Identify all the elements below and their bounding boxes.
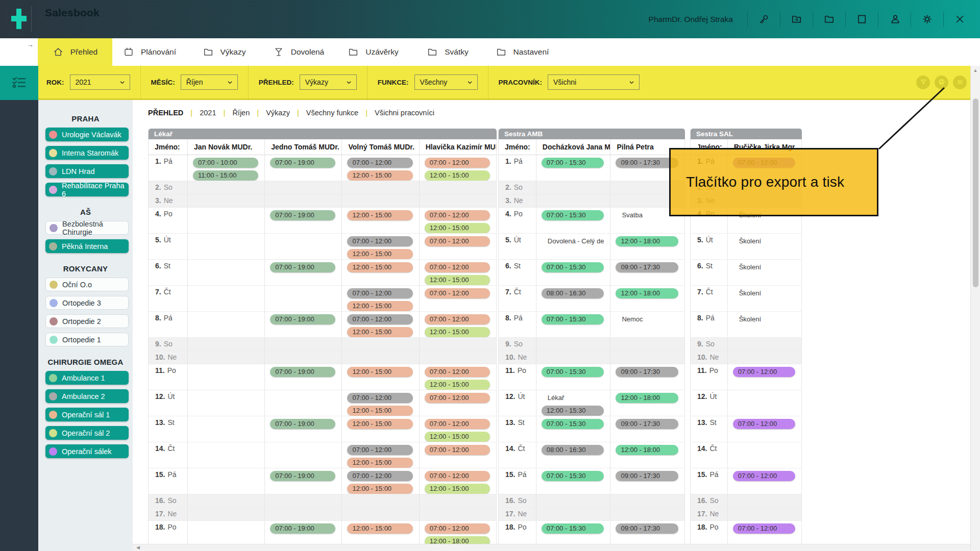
- shift-entry[interactable]: 12:00 - 15:30: [542, 406, 604, 416]
- shift-entry[interactable]: 07:00 - 15:30: [542, 262, 604, 272]
- shift-entry[interactable]: 07:00 - 19:00: [270, 471, 335, 481]
- shift-entry[interactable]: 07:00 - 12:00: [347, 393, 412, 403]
- shift-cell[interactable]: Školení: [728, 286, 802, 311]
- shift-entry[interactable]: 07:00 - 12:00: [425, 367, 490, 377]
- shift-entry[interactable]: 07:00 - 12:00: [425, 262, 490, 272]
- shift-cell[interactable]: [188, 521, 265, 546]
- sidebar-item-ortopedie-1[interactable]: Ortopedie 1: [45, 333, 129, 346]
- shift-cell[interactable]: 07:00 - 12:00: [420, 234, 497, 259]
- shift-entry[interactable]: 12:00 - 15:00: [347, 484, 412, 494]
- shift-cell[interactable]: [728, 442, 802, 468]
- shift-cell[interactable]: [265, 338, 342, 350]
- shift-entry[interactable]: 12:00 - 18:00: [616, 288, 678, 298]
- shift-entry[interactable]: 07:00 - 12:00: [425, 210, 490, 220]
- shift-cell[interactable]: [420, 494, 497, 507]
- shift-cell[interactable]: [265, 494, 342, 507]
- shift-entry[interactable]: 12:00 - 15:00: [347, 249, 412, 259]
- shift-entry[interactable]: 07:00 - 12:00: [425, 445, 490, 455]
- shift-cell[interactable]: 12:00 - 15:00: [342, 521, 419, 546]
- shift-entry[interactable]: 07:00 - 12:00: [347, 445, 412, 455]
- scroll-up-arrow-icon[interactable]: ▲: [971, 68, 980, 73]
- shift-cell[interactable]: 07:00 - 15:30: [536, 208, 611, 233]
- shift-cell[interactable]: Dovolená - Celý den: [536, 234, 611, 259]
- shift-cell[interactable]: 07:00 - 12:0012:00 - 15:00: [342, 390, 419, 416]
- shift-cell[interactable]: [728, 494, 802, 507]
- shift-entry[interactable]: 12:00 - 18:00: [616, 445, 678, 455]
- shift-entry[interactable]: 07:00 - 19:00: [270, 262, 335, 272]
- shift-entry[interactable]: 09:00 - 17:30: [616, 367, 678, 377]
- scroll-left-arrow-icon[interactable]: ◀: [136, 545, 140, 550]
- shift-cell[interactable]: 07:00 - 12:0012:00 - 15:00: [342, 312, 419, 337]
- shift-cell[interactable]: 09:00 - 17:30: [610, 416, 685, 442]
- shift-cell[interactable]: 07:00 - 12:0012:00 - 15:00: [342, 234, 419, 259]
- shift-cell[interactable]: [536, 181, 611, 194]
- shift-cell[interactable]: 07:00 - 12:0012:00 - 15:00: [342, 468, 419, 494]
- shift-entry[interactable]: 08:00 - 16:30: [542, 445, 604, 455]
- shift-entry[interactable]: 12:00 - 15:00: [347, 262, 412, 272]
- shift-cell[interactable]: 07:00 - 12:0012:00 - 15:00: [420, 155, 497, 181]
- shift-entry[interactable]: 12:00 - 15:00: [347, 406, 412, 416]
- shift-cell[interactable]: 09:00 - 17:30: [610, 364, 685, 390]
- shift-entry[interactable]: 12:00 - 18:00: [616, 236, 678, 246]
- shift-cell[interactable]: [342, 508, 419, 520]
- shift-entry[interactable]: 12:00 - 15:00: [347, 210, 412, 220]
- shift-entry[interactable]: 12:00 - 15:00: [425, 484, 490, 494]
- shift-cell[interactable]: 07:00 - 12:0012:00 - 15:00: [342, 286, 419, 311]
- shift-cell[interactable]: [188, 312, 265, 337]
- shift-cell[interactable]: [610, 508, 685, 520]
- shift-entry[interactable]: 07:00 - 15:30: [542, 419, 604, 429]
- shift-cell[interactable]: Lékař12:00 - 15:30: [536, 390, 611, 416]
- tab-uzaverky[interactable]: Uzávěrky: [336, 38, 410, 66]
- shift-cell[interactable]: [342, 351, 419, 364]
- shift-entry[interactable]: 08:00 - 16:30: [542, 288, 604, 298]
- shift-cell[interactable]: [265, 181, 342, 194]
- shift-cell[interactable]: 07:00 - 19:00: [265, 155, 342, 181]
- shift-cell[interactable]: 07:00 - 12:0012:00 - 18:00: [420, 521, 497, 546]
- gear-icon[interactable]: [921, 13, 933, 25]
- shift-cell[interactable]: [188, 181, 265, 194]
- shift-cell[interactable]: 07:00 - 15:30: [536, 155, 611, 181]
- tab-planovani[interactable]: Plánování: [112, 38, 187, 66]
- shift-entry[interactable]: 07:00 - 15:30: [542, 314, 604, 324]
- shift-cell[interactable]: 07:00 - 19:00: [265, 521, 342, 546]
- shift-entry[interactable]: 07:00 - 15:30: [542, 210, 604, 220]
- shift-cell[interactable]: 07:00 - 12:00: [420, 442, 497, 468]
- shift-cell[interactable]: [188, 234, 265, 259]
- vertical-scrollbar[interactable]: ▲: [970, 66, 980, 551]
- sidebar-item-ambulance-1[interactable]: Ambulance 1: [45, 371, 129, 385]
- shift-cell[interactable]: [728, 338, 802, 350]
- shift-cell[interactable]: 07:00 - 12:00: [728, 521, 802, 546]
- shift-entry[interactable]: 07:00 - 19:00: [270, 523, 335, 534]
- shift-cell[interactable]: [342, 194, 419, 207]
- shift-entry[interactable]: 12:00 - 15:00: [425, 432, 490, 442]
- shift-cell[interactable]: Školení: [728, 312, 802, 337]
- absence-entry[interactable]: Školení: [737, 314, 795, 324]
- shift-cell[interactable]: [265, 194, 342, 207]
- shift-entry[interactable]: 07:00 - 12:00: [425, 523, 490, 534]
- shift-cell[interactable]: 07:00 - 12:0012:00 - 15:00: [420, 364, 497, 390]
- shift-cell[interactable]: 12:00 - 18:00: [610, 442, 685, 468]
- shift-entry[interactable]: 09:00 - 17:30: [616, 471, 678, 481]
- shift-entry[interactable]: 09:00 - 17:30: [616, 262, 678, 272]
- shift-cell[interactable]: 07:00 - 15:30: [536, 260, 611, 285]
- sidebar-item-operacni-salek[interactable]: Operační sálek: [45, 444, 129, 458]
- shift-entry[interactable]: 07:00 - 15:30: [542, 367, 604, 377]
- shift-cell[interactable]: 07:00 - 19:00: [265, 260, 342, 285]
- shift-cell[interactable]: 07:00 - 12:00: [728, 416, 802, 442]
- shift-cell[interactable]: [265, 442, 342, 468]
- shift-entry[interactable]: 12:00 - 15:00: [347, 419, 412, 429]
- shift-entry[interactable]: 07:00 - 19:00: [270, 419, 335, 429]
- shift-cell[interactable]: 07:00 - 12:0012:00 - 15:00: [342, 442, 419, 468]
- shift-entry[interactable]: 12:00 - 15:00: [347, 523, 412, 534]
- sidebar-item-urologie-vaclavak[interactable]: Urologie Václavák: [45, 128, 129, 141]
- shift-cell[interactable]: 07:00 - 15:30: [536, 312, 611, 337]
- shift-cell[interactable]: [265, 351, 342, 364]
- shift-cell[interactable]: 07:00 - 19:00: [265, 416, 342, 442]
- sidebar-item-ocni-o-o[interactable]: Oční O.o: [45, 278, 129, 291]
- shift-entry[interactable]: 07:00 - 12:00: [347, 236, 412, 246]
- sidebar-item-operacni-sal-2[interactable]: Operační sál 2: [45, 426, 129, 440]
- menu-icon[interactable]: [953, 76, 967, 89]
- shift-entry[interactable]: 07:00 - 12:00: [425, 419, 490, 429]
- shift-cell[interactable]: 07:00 - 12:00: [728, 468, 802, 494]
- shift-entry[interactable]: 07:00 - 15:30: [542, 158, 604, 168]
